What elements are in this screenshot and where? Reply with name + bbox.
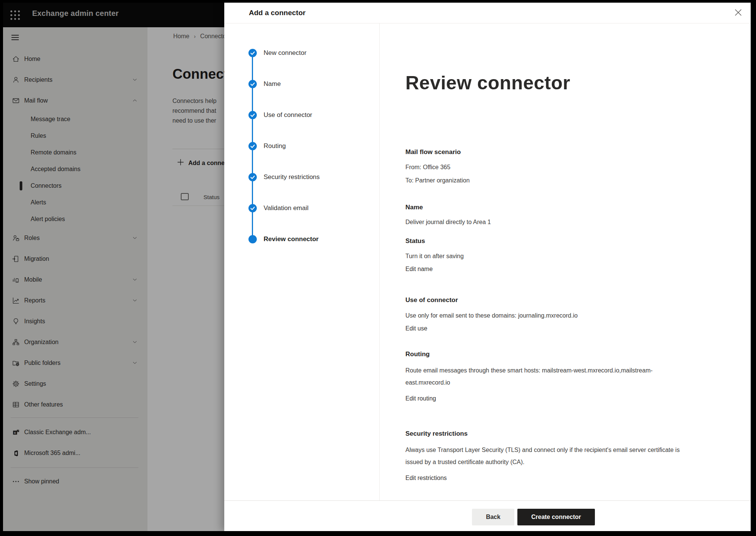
wizard-step-label: Validation email (264, 204, 309, 212)
add-connector-dialog: Add a connector New connectorNameUse of … (224, 3, 751, 531)
step-complete-check-icon (248, 142, 257, 150)
close-button[interactable] (733, 7, 744, 19)
dialog-title: Add a connector (249, 9, 306, 17)
review-panel: Review connector Mail flow scenario From… (380, 23, 751, 500)
mail-flow-from: From: Office 365 (405, 161, 450, 173)
security-value: Always use Transport Layer Security (TLS… (405, 444, 693, 468)
name-value: Deliver journal directly to Area 1 (405, 216, 491, 228)
section-title-mail-flow-scenario: Mail flow scenario (405, 148, 461, 156)
exchange-admin-center: Exchange admin center HomeRecipientsMail… (3, 3, 751, 531)
dialog-header: Add a connector (224, 3, 751, 23)
wizard-step-label: Use of connector (264, 111, 312, 119)
step-complete-check-icon (248, 111, 257, 119)
back-button[interactable]: Back (472, 509, 514, 525)
edit-restrictions-link[interactable]: Edit restrictions (405, 475, 447, 481)
step-complete-check-icon (248, 173, 257, 181)
edit-name-link[interactable]: Edit name (405, 266, 433, 273)
use-value: Use only for email sent to these domains… (405, 310, 577, 322)
section-title-security-restrictions: Security restrictions (405, 430, 467, 438)
create-connector-button[interactable]: Create connector (517, 509, 595, 525)
close-icon (733, 8, 743, 19)
section-title-routing: Routing (405, 351, 430, 358)
wizard-step-label: Review connector (264, 235, 319, 243)
step-complete-check-icon (248, 49, 257, 57)
routing-value: Route email messages through these smart… (405, 365, 693, 389)
step-complete-check-icon (248, 80, 257, 88)
section-title-status: Status (405, 237, 425, 245)
review-heading: Review connector (405, 72, 570, 94)
wizard-step-label: Security restrictions (264, 173, 320, 181)
edit-use-link[interactable]: Edit use (405, 325, 427, 332)
screenshot-frame: Exchange admin center HomeRecipientsMail… (0, 0, 756, 536)
wizard-step-label: New connector (264, 49, 306, 57)
wizard-stepper: New connectorNameUse of connectorRouting… (224, 23, 380, 500)
step-complete-check-icon (248, 204, 257, 212)
status-value: Turn it on after saving (405, 250, 464, 262)
section-title-use-of-connector: Use of connector (405, 296, 458, 304)
dialog-footer: Back Create connector (224, 500, 751, 531)
wizard-step-label: Routing (264, 142, 286, 150)
step-current-dot-icon (248, 235, 257, 243)
section-title-name: Name (405, 204, 423, 211)
wizard-step-label: Name (264, 80, 281, 88)
mail-flow-to: To: Partner organization (405, 175, 470, 187)
edit-routing-link[interactable]: Edit routing (405, 395, 436, 402)
